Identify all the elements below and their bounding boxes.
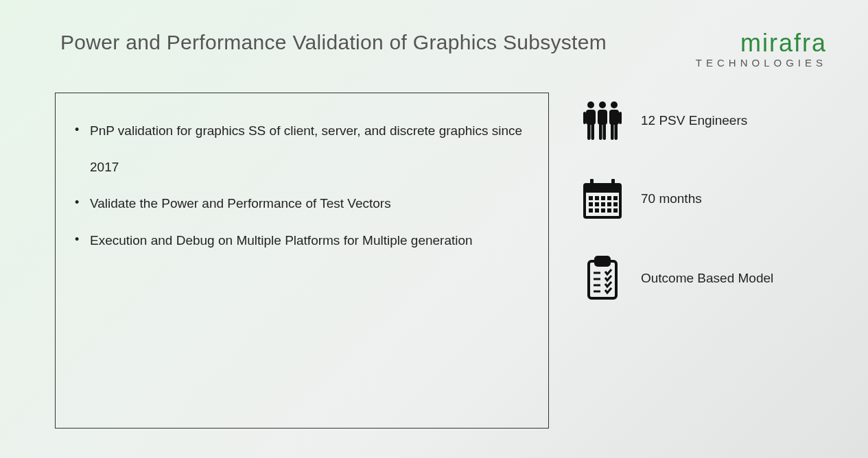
svg-rect-22	[613, 196, 618, 200]
svg-rect-10	[611, 123, 614, 140]
svg-rect-13	[619, 112, 622, 124]
svg-rect-5	[609, 110, 619, 125]
clipboard-icon	[575, 256, 630, 301]
calendar-icon	[575, 178, 630, 220]
svg-rect-24	[595, 202, 599, 206]
svg-rect-18	[589, 196, 593, 200]
logo-sub: TECHNOLOGIES	[696, 57, 827, 69]
svg-rect-27	[613, 202, 618, 206]
bullet-item: Execution and Debug on Multiple Platform…	[69, 222, 524, 258]
svg-rect-21	[607, 196, 611, 200]
content-box: PnP validation for graphics SS of client…	[55, 93, 549, 429]
svg-rect-28	[589, 208, 593, 213]
svg-point-2	[611, 101, 618, 108]
svg-rect-31	[607, 208, 611, 213]
logo: mirafra TECHNOLOGIES	[696, 31, 827, 69]
bullet-item: Validate the Power and Performance of Te…	[69, 185, 524, 221]
svg-rect-15	[585, 184, 620, 193]
logo-name: mirafra	[696, 31, 827, 56]
stat-label: 70 months	[641, 190, 702, 208]
svg-rect-8	[599, 123, 602, 140]
stat-duration: 70 months	[575, 178, 822, 220]
bullet-list: PnP validation for graphics SS of client…	[69, 112, 524, 258]
svg-point-1	[599, 101, 606, 108]
people-icon	[575, 99, 630, 142]
svg-rect-12	[583, 112, 586, 124]
svg-rect-6	[587, 123, 591, 140]
stat-engineers: 12 PSV Engineers	[575, 99, 822, 142]
svg-rect-11	[615, 123, 618, 140]
svg-rect-34	[596, 257, 609, 265]
stat-label: 12 PSV Engineers	[641, 112, 747, 130]
stats-panel: 12 PSV Engineers	[575, 99, 822, 337]
svg-rect-3	[586, 110, 596, 125]
svg-rect-29	[595, 208, 599, 213]
svg-rect-19	[595, 196, 599, 200]
svg-rect-16	[590, 179, 594, 187]
svg-rect-33	[589, 261, 616, 298]
bullet-item: PnP validation for graphics SS of client…	[69, 112, 524, 185]
svg-rect-17	[611, 179, 615, 187]
svg-rect-4	[598, 110, 607, 125]
svg-rect-32	[613, 208, 618, 213]
stat-label: Outcome Based Model	[641, 269, 773, 287]
svg-rect-9	[603, 123, 607, 140]
svg-rect-23	[589, 202, 593, 206]
svg-rect-30	[601, 208, 605, 213]
svg-rect-26	[607, 202, 611, 206]
svg-rect-7	[591, 123, 595, 140]
stat-model: Outcome Based Model	[575, 256, 822, 301]
svg-rect-20	[601, 196, 605, 200]
svg-point-0	[587, 101, 594, 108]
svg-rect-25	[601, 202, 605, 206]
page-title: Power and Performance Validation of Grap…	[60, 31, 607, 54]
